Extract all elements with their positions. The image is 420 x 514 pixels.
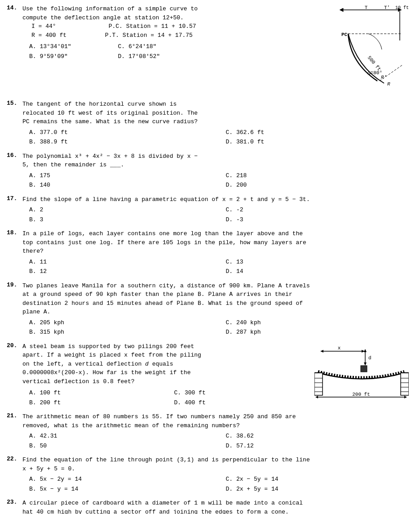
q20-beam-diagram: x d — [314, 342, 413, 407]
q16-opt-c: C. 218 — [226, 171, 414, 180]
q16-opt-a: A. 175 — [29, 171, 217, 180]
question-21: 21. The arithmetic mean of 80 numbers is… — [7, 412, 413, 450]
q20-opt-d: D. 400 ft — [174, 398, 310, 407]
q21-num: 21. — [7, 412, 22, 450]
q21-opt-a: A. 42.31 — [29, 432, 217, 441]
question-22: 22. Find the equation of the line throug… — [7, 456, 413, 493]
q15-opt-b: B. 388.9 ft — [29, 138, 217, 147]
q22-num: 22. — [7, 456, 22, 493]
svg-marker-35 — [404, 396, 407, 398]
q22-opt-c: C. 2x − 5y = 14 — [226, 475, 414, 484]
q14-diagram: T T′ 10 ft PC 500 ft Δ=80° R′ R — [314, 4, 413, 94]
q21-opt-d: D. 57.12 — [226, 442, 414, 451]
svg-text:d: d — [368, 355, 371, 361]
svg-text:200 ft: 200 ft — [352, 392, 370, 397]
q18-opt-a: A. 11 — [29, 258, 217, 267]
q14-num: 14. — [7, 4, 22, 61]
q22-opt-b: B. 5x − y = 14 — [29, 485, 217, 494]
q16-content: The polynomial x³ + 4x² − 3x + 8 is divi… — [22, 152, 413, 190]
q22-opt-a: A. 5x − 2y = 14 — [29, 475, 217, 484]
question-23: 23. A circular piece of cardboard with a… — [7, 499, 413, 514]
q19-text: Two planes leave Manila for a southern c… — [22, 282, 413, 317]
q15-num: 15. — [7, 100, 22, 147]
q20-num: 20. — [7, 342, 22, 407]
q21-text: The arithmetic mean of 80 numbers is 55.… — [22, 412, 413, 430]
svg-text:x: x — [338, 345, 341, 351]
q17-opt-a: A. 2 — [29, 206, 217, 215]
question-17: 17. Find the slope of a line having a pa… — [7, 195, 413, 224]
q19-content: Two planes leave Manila for a southern c… — [22, 282, 413, 337]
q19-opt-d: D. 287 kph — [226, 328, 414, 337]
q17-num: 17. — [7, 195, 22, 224]
q17-opt-c: C. -2 — [226, 206, 414, 215]
q21-opt-c: C. 38.62 — [226, 432, 414, 441]
svg-marker-17 — [364, 362, 367, 366]
q20-content: A steel beam is supported by two pilings… — [22, 342, 310, 407]
q16-text: The polynomial x³ + 4x² − 3x + 8 is divi… — [22, 152, 413, 170]
q20-opt-a: A. 100 ft — [29, 389, 165, 398]
svg-text:R′: R′ — [381, 75, 387, 80]
q15-opt-c: C. 362.6 ft — [226, 128, 414, 137]
q14-text: Use the following information of a simpl… — [22, 4, 198, 61]
q20-opt-b: B. 200 ft — [29, 398, 165, 407]
q15-opt-a: A. 377.0 ft — [29, 128, 217, 137]
q14-opt-b: B. 9°59′09″ — [29, 52, 109, 61]
svg-text:10 ft: 10 ft — [395, 5, 409, 10]
q18-opt-c: C. 13 — [226, 258, 414, 267]
svg-text:Δ=80°: Δ=80° — [367, 70, 382, 76]
question-18: 18. In a pile of logs, each layer contai… — [7, 229, 413, 276]
q23-text: A circular piece of cardboard with a dia… — [22, 499, 413, 514]
q18-content: In a pile of logs, each layer contains o… — [22, 229, 413, 276]
q15-opt-d: D. 381.0 ft — [226, 138, 414, 147]
q17-content: Find the slope of a line having a parame… — [22, 195, 413, 224]
svg-marker-34 — [315, 396, 318, 398]
q19-opt-b: B. 315 kph — [29, 328, 217, 337]
question-16: 16. The polynomial x³ + 4x² − 3x + 8 is … — [7, 152, 413, 190]
q23-content: A circular piece of cardboard with a dia… — [22, 499, 413, 514]
svg-marker-18 — [364, 349, 367, 352]
q17-text: Find the slope of a line having a parame… — [22, 195, 413, 204]
q16-opt-d: D. 200 — [226, 181, 414, 190]
question-14: 14. Use the following information of a s… — [7, 4, 413, 94]
svg-text:PC: PC — [341, 32, 348, 37]
q18-num: 18. — [7, 229, 22, 276]
svg-text:T: T — [365, 5, 368, 10]
q14-opt-c: C. 6°24′18″ — [118, 42, 198, 51]
svg-marker-14 — [320, 350, 323, 353]
svg-text:500 ft: 500 ft — [367, 55, 382, 72]
q22-text: Find the equation of the line through po… — [22, 456, 413, 473]
q18-text: In a pile of logs, each layer contains o… — [22, 229, 413, 256]
q15-text: The tangent of the horizontal curve show… — [22, 100, 413, 126]
svg-text:R: R — [387, 81, 390, 87]
q22-content: Find the equation of the line through po… — [22, 456, 413, 493]
q17-opt-b: B. 3 — [29, 215, 217, 224]
svg-text:T′: T′ — [384, 5, 390, 10]
q15-content: The tangent of the horizontal curve show… — [22, 100, 413, 147]
q18-opt-d: D. 14 — [226, 267, 414, 276]
q23-num: 23. — [7, 499, 22, 514]
q16-num: 16. — [7, 152, 22, 190]
question-19: 19. Two planes leave Manila for a southe… — [7, 282, 413, 337]
q17-opt-d: D. -3 — [226, 215, 414, 224]
q16-opt-b: B. 140 — [29, 181, 217, 190]
question-20: 20. A steel beam is supported by two pil… — [7, 342, 413, 407]
q19-num: 19. — [7, 282, 22, 337]
q18-opt-b: B. 12 — [29, 267, 217, 276]
q22-opt-d: D. 2x + 5y = 14 — [226, 485, 414, 494]
q14-opt-a: A. 13°34′01″ — [29, 42, 109, 51]
q20-opt-c: C. 300 ft — [174, 389, 310, 398]
question-15: 15. The tangent of the horizontal curve … — [7, 100, 413, 147]
q21-content: The arithmetic mean of 80 numbers is 55.… — [22, 412, 413, 450]
svg-rect-20 — [361, 366, 367, 372]
q19-opt-c: C. 240 kph — [226, 318, 414, 327]
q19-opt-a: A. 205 kph — [29, 318, 217, 327]
q14-opt-d: D. 17°08′52″ — [118, 52, 198, 61]
q21-opt-b: B. 50 — [29, 442, 217, 451]
